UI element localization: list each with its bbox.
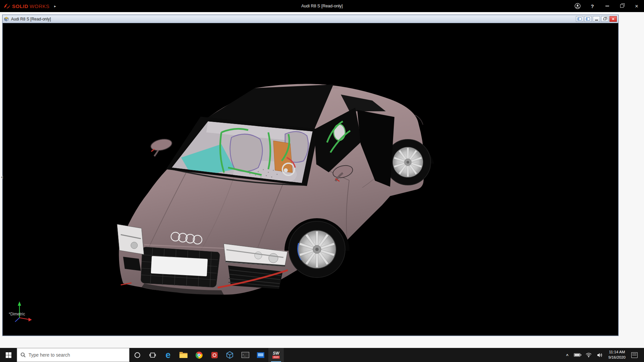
action-center-icon	[631, 352, 638, 358]
brand-works-text: WORKS	[30, 3, 49, 9]
app-window-title: Audi R8 S [Read-only]	[0, 4, 644, 8]
panel-collapse-arrow[interactable]	[0, 174, 4, 181]
help-icon: ?	[591, 3, 594, 9]
doc-titlebar[interactable]: Audi R8 S [Read-only] ×	[3, 15, 618, 23]
pane-layout-icon	[586, 17, 590, 20]
chrome-icon	[196, 352, 203, 359]
speaker-icon	[597, 353, 603, 358]
account-button[interactable]	[570, 0, 585, 12]
3d-viewport[interactable]	[3, 23, 618, 336]
user-account-icon	[575, 3, 581, 9]
tray-overflow-button[interactable]: ^	[564, 348, 571, 362]
maximize-icon	[620, 4, 624, 8]
start-button[interactable]	[0, 348, 17, 362]
restore-icon	[603, 18, 606, 20]
wifi-icon	[586, 353, 592, 357]
pane-layout-icon	[578, 17, 582, 20]
chevron-left-icon	[1, 176, 3, 179]
part-document-icon	[4, 17, 9, 21]
solidworks-app-icon: SW 2020	[272, 351, 280, 359]
cortana-icon	[135, 352, 140, 358]
red-app-icon	[211, 352, 218, 358]
red-app-button[interactable]	[207, 348, 222, 362]
task-view-button[interactable]	[145, 348, 160, 362]
taskbar-search-input[interactable]	[29, 352, 126, 358]
menu-expand-arrow-icon[interactable]: ▸	[54, 4, 56, 8]
mdi-area: Audi R8 S [Read-only] ×	[0, 12, 644, 348]
chevron-up-icon: ^	[566, 353, 569, 358]
task-view-icon	[149, 352, 156, 358]
doc-pane-toggle-2-button[interactable]	[584, 16, 592, 22]
doc-close-button[interactable]: ×	[609, 16, 617, 22]
chrome-button[interactable]	[191, 348, 207, 362]
clock-date: 9/16/2020	[608, 355, 626, 360]
screen: SOLIDWORKS ▸ Audi R8 S [Read-only] ?	[0, 0, 644, 362]
battery-button[interactable]	[572, 348, 583, 362]
app-close-button[interactable]: ×	[629, 0, 644, 12]
app-window-controls: ? ×	[570, 0, 644, 12]
document-window: Audi R8 S [Read-only] ×	[2, 15, 619, 336]
cortana-button[interactable]	[129, 348, 145, 362]
search-icon	[20, 352, 26, 358]
edge-button[interactable]: e	[160, 348, 176, 362]
doc-restore-button[interactable]	[601, 16, 608, 22]
solidworks-taskbar-button[interactable]: SW 2020	[268, 348, 284, 362]
view-orientation-label: *Dimetric	[9, 312, 25, 316]
taskbar-search[interactable]	[17, 348, 129, 362]
help-button[interactable]: ?	[585, 0, 600, 12]
blue-app-button[interactable]	[253, 348, 268, 362]
minimize-icon	[595, 20, 598, 20]
file-explorer-button[interactable]	[176, 348, 191, 362]
edge-icon: e	[165, 351, 170, 360]
cube-viewer-icon	[226, 351, 233, 359]
app-minimize-button[interactable]	[600, 0, 614, 12]
volume-button[interactable]	[595, 348, 605, 362]
edrawings-button[interactable]	[222, 348, 237, 362]
command-prompt-icon: ›_	[241, 352, 249, 358]
doc-pane-toggle-1-button[interactable]	[576, 16, 583, 22]
blue-window-icon	[257, 352, 264, 358]
taskbar-clock[interactable]: 11:14 AM 9/16/2020	[606, 350, 628, 360]
app-titlebar: SOLIDWORKS ▸ Audi R8 S [Read-only] ?	[0, 0, 644, 12]
doc-window-controls: ×	[576, 16, 617, 22]
solidworks-brand[interactable]: SOLIDWORKS	[0, 3, 50, 9]
solidworks-logo-icon	[3, 3, 11, 9]
network-button[interactable]	[583, 348, 594, 362]
close-icon: ×	[612, 17, 614, 21]
close-icon: ×	[635, 3, 638, 9]
battery-icon	[574, 353, 580, 357]
app-maximize-button[interactable]	[614, 0, 629, 12]
clock-time: 11:14 AM	[609, 350, 625, 355]
console-button[interactable]: ›_	[237, 348, 253, 362]
doc-window-title: Audi R8 S [Read-only]	[11, 17, 51, 21]
windows-taskbar: e ›_ SW 2020	[0, 348, 644, 362]
file-explorer-icon	[179, 352, 187, 358]
brand-solid-text: SOLID	[12, 3, 28, 9]
minimize-icon	[605, 6, 609, 6]
windows-logo-icon	[6, 352, 11, 358]
action-center-button[interactable]	[629, 348, 640, 362]
system-tray: ^ 11:14 AM 9/16/2020	[564, 348, 644, 362]
doc-minimize-button[interactable]	[593, 16, 600, 22]
